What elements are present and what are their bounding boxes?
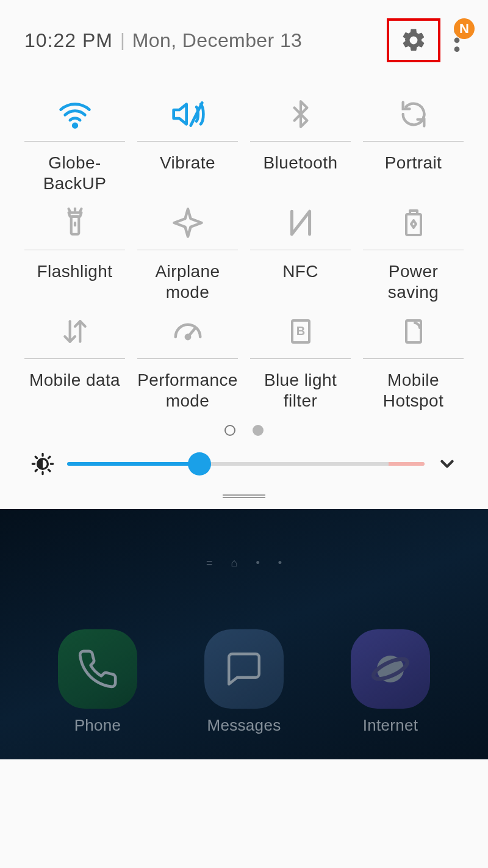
qs-tile-label: Vibrate [160, 153, 215, 195]
qs-tile-label: Globe-BackUP [24, 153, 125, 195]
dock-app-label: Messages [207, 716, 281, 735]
qs-tile-wifi[interactable]: Globe-BackUP [24, 87, 125, 195]
page-indicator[interactable] [24, 425, 464, 436]
qs-tile-gauge[interactable]: Performance mode [137, 304, 238, 413]
svg-line-7 [68, 209, 70, 211]
qs-tile-label: Mobile data [29, 370, 120, 413]
qs-tile-bluetooth[interactable]: Bluetooth [250, 87, 351, 195]
dock: PhoneMessagesInternet [0, 629, 488, 735]
wifi-icon [58, 97, 92, 131]
home-indicator-row: =⌂•• [0, 509, 488, 570]
qs-tile-rotate[interactable]: Portrait [363, 87, 464, 195]
page-dot-2[interactable] [253, 425, 264, 436]
svg-rect-11 [410, 211, 417, 214]
svg-point-2 [454, 46, 460, 52]
qs-tile-label: Blue light filter [250, 370, 351, 413]
svg-rect-10 [406, 214, 421, 235]
qs-tile-label: Portrait [385, 153, 442, 195]
brightness-slider[interactable] [67, 462, 425, 466]
qs-tile-label: NFC [282, 261, 318, 304]
qs-tile-flashlight[interactable]: Flashlight [24, 195, 125, 304]
dock-app-phone[interactable]: Phone [58, 629, 137, 735]
gear-icon[interactable] [400, 27, 427, 54]
svg-line-15 [188, 328, 195, 337]
qs-tile-label: Performance mode [137, 370, 238, 413]
date-label: Mon, December 13 [132, 29, 303, 52]
svg-point-3 [73, 123, 77, 127]
quick-settings-panel: 10:22 PM | Mon, December 13 N Globe-Back… [0, 0, 488, 509]
nfc-icon [285, 208, 316, 238]
vibrate-icon [171, 97, 205, 131]
status-header: 10:22 PM | Mon, December 13 N [24, 0, 464, 68]
dock-app-messages[interactable]: Messages [204, 629, 284, 735]
svg-text:B: B [296, 324, 304, 338]
qs-tile-label: Bluetooth [264, 153, 338, 195]
qs-tile-data-arrows[interactable]: Mobile data [24, 304, 125, 413]
svg-line-9 [80, 209, 81, 211]
qs-tile-battery-eco[interactable]: Power saving [363, 195, 464, 304]
bluetooth-icon [285, 99, 316, 129]
phone-icon [76, 648, 119, 690]
dock-app-label: Internet [363, 716, 418, 735]
more-options-button[interactable]: N [453, 27, 461, 54]
qs-tile-blue-light[interactable]: BBlue light filter [250, 304, 351, 413]
hotspot-icon [399, 317, 428, 346]
qs-tile-nfc[interactable]: NFC [250, 195, 351, 304]
qs-tile-label: Mobile Hotspot [363, 370, 464, 413]
header-divider: | [120, 30, 125, 51]
clock-time: 10:22 PM [24, 29, 113, 52]
notification-badge: N [454, 18, 475, 39]
qs-tile-label: Power saving [363, 261, 464, 304]
battery-eco-icon [399, 208, 428, 237]
dock-app-internet[interactable]: Internet [351, 629, 430, 735]
svg-point-1 [454, 38, 460, 43]
dock-app-label: Phone [74, 716, 121, 735]
page-dot-1[interactable] [224, 425, 235, 436]
qs-tile-vibrate[interactable]: Vibrate [137, 87, 238, 195]
qs-tile-label: Flashlight [37, 261, 113, 304]
qs-tile-hotspot[interactable]: Mobile Hotspot [363, 304, 464, 413]
panel-drag-handle[interactable] [24, 494, 464, 509]
qs-tile-airplane[interactable]: Airplane mode [137, 195, 238, 304]
gauge-icon [171, 315, 204, 348]
rotate-icon [398, 98, 429, 130]
messages-icon [224, 649, 264, 689]
auto-brightness-icon[interactable] [30, 452, 55, 476]
internet-icon [370, 649, 411, 689]
chevron-down-icon[interactable] [437, 454, 458, 474]
blue-light-icon: B [286, 317, 315, 346]
home-screen-background: =⌂•• PhoneMessagesInternet [0, 509, 488, 759]
data-arrows-icon [60, 316, 90, 347]
flashlight-icon [60, 208, 90, 238]
qs-tile-label: Airplane mode [137, 261, 238, 304]
settings-highlight-box [387, 18, 440, 62]
quick-settings-grid: Globe-BackUPVibrateBluetoothPortraitFlas… [24, 87, 464, 413]
airplane-icon [171, 206, 204, 239]
brightness-row [24, 452, 464, 494]
